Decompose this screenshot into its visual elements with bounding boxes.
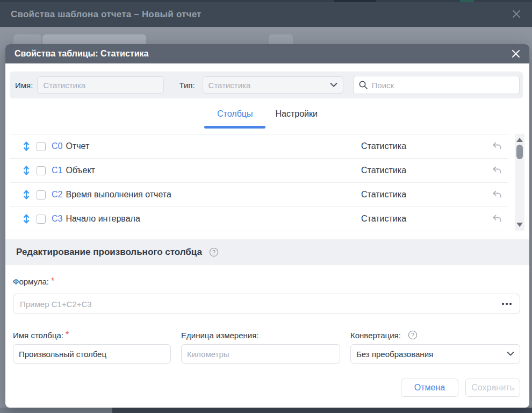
conversion-label: Конвертация: <box>350 331 401 340</box>
undo-icon[interactable] <box>491 214 502 224</box>
table-row: C1 Объект Статистика <box>10 159 508 183</box>
ellipsis-icon <box>502 303 504 305</box>
table-type-value: Статистика <box>209 81 251 90</box>
table-row: C0 Отчет Статистика <box>10 134 508 159</box>
help-icon[interactable]: ? <box>408 330 418 340</box>
search-icon <box>358 80 368 90</box>
question-circle-icon: ? <box>408 330 418 340</box>
drag-updown-icon[interactable] <box>23 213 30 224</box>
formula-label: Формула: <box>13 277 49 286</box>
cancel-button[interactable]: Отмена <box>401 379 458 397</box>
required-asterisk: * <box>51 276 54 286</box>
column-name-field: Имя столбца: * <box>13 330 171 364</box>
formula-field-wrap <box>13 294 520 314</box>
required-asterisk: * <box>66 330 69 340</box>
conversion-value: Без преобразования <box>356 350 433 359</box>
column-code: C0 <box>52 141 62 151</box>
table-row: C2 Время выполнения отчета Статистика <box>10 183 508 207</box>
outer-close-button[interactable] <box>506 4 527 24</box>
chevron-down-icon <box>507 352 514 357</box>
background-strip <box>112 408 532 413</box>
undo-icon[interactable] <box>491 166 502 175</box>
table-row: C3 Начало интервала Статистика <box>10 207 508 231</box>
close-icon <box>512 49 520 58</box>
table-type-select[interactable]: Статистика <box>203 76 343 94</box>
column-code: C3 <box>52 214 62 224</box>
column-search <box>353 76 520 94</box>
dialog-title: Свойства таблицы: Статистика <box>15 49 148 59</box>
list-scrollbar[interactable] <box>515 134 524 231</box>
columns-list: C0 Отчет Статистика C1 Объект Статистика <box>10 134 508 231</box>
column-table: Статистика <box>361 141 406 151</box>
row-checkbox[interactable] <box>37 190 46 200</box>
table-properties-dialog: Свойства таблицы: Статистика Имя: Тип: С… <box>5 44 529 408</box>
drag-updown-icon[interactable] <box>23 141 30 152</box>
scrollbar-thumb[interactable] <box>516 145 523 159</box>
column-name: Начало интервала <box>66 214 140 224</box>
name-label: Имя: <box>15 81 33 90</box>
table-meta-bar: Имя: Тип: Статистика <box>10 72 523 98</box>
formula-label-row: Формула: * <box>13 276 529 286</box>
column-name: Время выполнения отчета <box>66 190 171 200</box>
scroll-down-arrow-icon[interactable] <box>516 223 523 227</box>
dialog-tabs: Столбцы Настройки <box>5 109 529 129</box>
dialog-footer: Отмена Сохранить <box>5 379 520 397</box>
table-name-input[interactable] <box>37 76 164 94</box>
custom-column-fields: Имя столбца: * Единица измерения: Конвер… <box>13 330 520 364</box>
row-checkbox[interactable] <box>37 215 46 224</box>
column-table: Статистика <box>361 214 406 224</box>
column-table: Статистика <box>361 190 406 200</box>
column-name-label: Имя столбца: <box>13 331 63 340</box>
conversion-field: Конвертация: ? Без преобразования <box>350 330 520 364</box>
unit-input[interactable] <box>181 344 340 364</box>
scroll-up-arrow-icon[interactable] <box>516 138 523 142</box>
drag-updown-icon[interactable] <box>23 165 30 176</box>
tab-columns[interactable]: Столбцы <box>217 109 253 129</box>
formula-options-button[interactable] <box>501 301 513 307</box>
outer-dialog-header: Свойства шаблона отчета – Новый отчет <box>0 2 532 27</box>
chevron-down-icon <box>330 83 337 88</box>
column-name: Отчет <box>66 141 89 151</box>
outer-dialog-title: Свойства шаблона отчета – Новый отчет <box>11 9 202 20</box>
undo-icon[interactable] <box>491 141 502 151</box>
columns-list-wrap: C0 Отчет Статистика C1 Объект Статистика <box>5 134 529 231</box>
formula-input[interactable] <box>13 294 520 314</box>
column-name: Объект <box>66 166 95 175</box>
tab-settings[interactable]: Настройки <box>275 109 317 129</box>
column-name-input[interactable] <box>13 344 171 364</box>
custom-column-section-header: Редактирование произвольного столбца ? <box>5 239 529 265</box>
help-icon[interactable]: ? <box>209 247 219 257</box>
svg-text:?: ? <box>212 250 215 255</box>
unit-field: Единица измерения: <box>181 330 340 364</box>
dialog-close-button[interactable] <box>507 45 525 62</box>
row-checkbox[interactable] <box>37 142 46 151</box>
row-checkbox[interactable] <box>37 166 46 175</box>
drag-updown-icon[interactable] <box>23 189 30 200</box>
search-input[interactable] <box>353 76 520 94</box>
section-title: Редактирование произвольного столбца <box>16 247 202 258</box>
background-strip <box>0 408 112 413</box>
column-code: C2 <box>52 190 62 200</box>
svg-text:?: ? <box>411 332 414 338</box>
question-circle-icon: ? <box>209 247 219 257</box>
column-table: Статистика <box>361 166 406 175</box>
conversion-select[interactable]: Без преобразования <box>350 344 520 364</box>
save-button[interactable]: Сохранить <box>465 379 520 397</box>
column-code: C1 <box>52 166 62 175</box>
type-label: Тип: <box>179 81 195 90</box>
dialog-header: Свойства таблицы: Статистика <box>5 44 529 63</box>
undo-icon[interactable] <box>491 190 502 200</box>
unit-label: Единица измерения: <box>181 331 258 340</box>
screen: Свойства шаблона отчета – Новый отчет Св… <box>0 0 532 413</box>
close-icon <box>512 10 521 18</box>
